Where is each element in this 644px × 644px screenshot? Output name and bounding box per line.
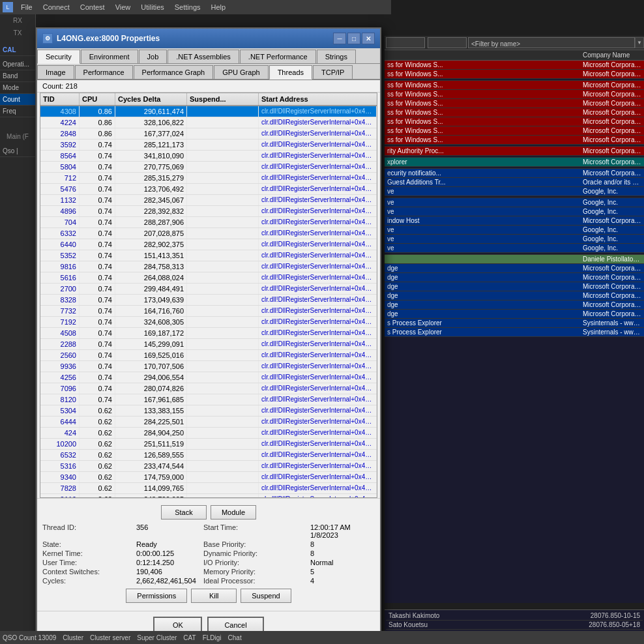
list-item[interactable]: rity Authority Proc... Microsoft Corpora…: [385, 147, 644, 156]
thread-row[interactable]: 712 0.74 285,315,279 clr.dll!DllRegister…: [40, 173, 377, 184]
thread-row[interactable]: 5476 0.74 123,706,492 clr.dll!DllRegiste…: [40, 184, 377, 195]
thread-row[interactable]: 8564 0.74 341,810,090 clr.dll!DllRegiste…: [40, 151, 377, 162]
list-item[interactable]: ss for Windows S... Microsoft Corporatio…: [385, 70, 644, 79]
list-item[interactable]: ss for Windows S... Microsoft Corporatio…: [385, 99, 644, 108]
thread-row[interactable]: 10200 0.62 251,511,519 clr.dll!DllRegist…: [40, 439, 377, 450]
thread-row[interactable]: 6444 0.62 284,225,501 clr.dll!DllRegiste…: [40, 417, 377, 428]
thread-row[interactable]: 6440 0.74 282,902,375 clr.dll!DllRegiste…: [40, 239, 377, 250]
tab-security[interactable]: Security: [37, 50, 80, 64]
permissions-button[interactable]: Permissions: [126, 589, 187, 603]
menu-utilities[interactable]: Utilities: [136, 2, 169, 12]
process-list[interactable]: ss for Windows S... Microsoft Corporatio…: [385, 61, 644, 599]
menu-file[interactable]: File: [16, 2, 38, 12]
thread-row[interactable]: 2560 0.74 169,525,016 clr.dll!DllRegiste…: [40, 350, 377, 361]
list-item[interactable]: indow Host Microsoft Corporation: [385, 216, 644, 226]
list-item[interactable]: ss for Windows S... Microsoft Corporatio…: [385, 90, 644, 99]
list-item[interactable]: ve Google, Inc.: [385, 207, 644, 216]
thread-row[interactable]: 9816 0.74 284,758,313 clr.dll!DllRegiste…: [40, 261, 377, 272]
tab-strings[interactable]: Strings: [317, 50, 356, 63]
stack-button[interactable]: Stack: [161, 505, 207, 520]
thread-row[interactable]: 704 0.74 288,287,906 clr.dll!DllRegister…: [40, 217, 377, 228]
list-item[interactable]: Daniele Pistollato IW3HM...: [385, 255, 644, 264]
thread-row[interactable]: 7192 0.74 324,608,305 clr.dll!DllRegiste…: [40, 317, 377, 328]
list-item[interactable]: ve Google, Inc.: [385, 198, 644, 207]
thread-row[interactable]: 6332 0.74 207,028,875 clr.dll!DllRegiste…: [40, 228, 377, 239]
list-item[interactable]: dge Microsoft Corporation: [385, 291, 644, 300]
module-button[interactable]: Module: [211, 505, 256, 520]
sidebar-item-operat[interactable]: Operati...: [0, 59, 35, 70]
sidebar-item-count[interactable]: Count: [0, 94, 35, 106]
thread-row[interactable]: 4508 0.74 169,187,172 clr.dll!DllRegiste…: [40, 328, 377, 339]
tab-gpu-graph[interactable]: GPU Graph: [214, 65, 268, 79]
maximize-button[interactable]: □: [347, 33, 360, 44]
th-cpu[interactable]: CPU: [80, 93, 115, 105]
thread-row[interactable]: 1132 0.74 282,345,067 clr.dll!DllRegiste…: [40, 195, 377, 206]
th-addr[interactable]: Start Address: [259, 93, 377, 105]
list-item[interactable]: ss for Windows S... Microsoft Corporatio…: [385, 81, 644, 90]
suspend-button[interactable]: Suspend: [241, 589, 291, 603]
sidebar-item-freq[interactable]: Freq: [0, 106, 35, 117]
thread-row[interactable]: 5616 0.74 264,088,024 clr.dll!DllRegiste…: [40, 272, 377, 284]
thread-row[interactable]: 4256 0.74 294,006,554 clr.dll!DllRegiste…: [40, 372, 377, 383]
th-suspend[interactable]: Suspend...: [187, 93, 259, 105]
thread-row[interactable]: 4896 0.74 228,392,832 clr.dll!DllRegiste…: [40, 206, 377, 217]
search-input-2[interactable]: [428, 37, 467, 48]
sidebar-item-cal[interactable]: CAL: [0, 44, 35, 56]
menu-connect[interactable]: Connect: [38, 2, 75, 12]
list-item[interactable]: dge Microsoft Corporation: [385, 264, 644, 273]
list-item[interactable]: ss for Windows S... Microsoft Corporatio…: [385, 108, 644, 117]
thread-row[interactable]: 3592 0.74 285,121,173 clr.dll!DllRegiste…: [40, 139, 377, 151]
sidebar-item-qso[interactable]: Qso |: [0, 145, 35, 157]
list-item[interactable]: ss for Windows S... Microsoft Corporatio…: [385, 136, 644, 145]
tab-performance-graph[interactable]: Performance Graph: [134, 65, 214, 79]
thread-row[interactable]: 9116 0.62 248,720,925 clr.dll!DllRegiste…: [40, 494, 377, 497]
th-cycles[interactable]: Cycles Delta: [115, 93, 187, 105]
list-item[interactable]: ss for Windows S... Microsoft Corporatio…: [385, 117, 644, 126]
th-tid[interactable]: TID: [40, 93, 80, 105]
thread-row[interactable]: 5352 0.74 151,413,351 clr.dll!DllRegiste…: [40, 250, 377, 261]
list-item[interactable]: dge Microsoft Corporation: [385, 300, 644, 310]
tab-performance[interactable]: Performance: [75, 65, 133, 79]
list-item[interactable]: ss for Windows S... Microsoft Corporatio…: [385, 61, 644, 70]
list-item[interactable]: ecurity notificatio... Microsoft Corpora…: [385, 169, 644, 178]
kill-button[interactable]: Kill: [191, 589, 237, 603]
thread-row[interactable]: 4224 0.86 328,106,822 clr.dll!DllRegiste…: [40, 117, 377, 128]
thread-row[interactable]: 2288 0.74 145,299,091 clr.dll!DllRegiste…: [40, 339, 377, 350]
list-item[interactable]: ve Google, Inc.: [385, 187, 644, 196]
tab-net-performance[interactable]: .NET Performance: [240, 50, 316, 63]
close-button[interactable]: ✕: [362, 33, 375, 44]
menu-contest[interactable]: Contest: [75, 2, 110, 12]
sidebar-item-band[interactable]: Band: [0, 70, 35, 82]
tab-net-assemblies[interactable]: .NET Assemblies: [168, 50, 239, 63]
filter-label[interactable]: <Filter by name>: [468, 37, 635, 48]
list-item[interactable]: dge Microsoft Corporation: [385, 273, 644, 282]
thread-row[interactable]: 7096 0.74 280,074,826 clr.dll!DllRegiste…: [40, 383, 377, 394]
tab-tcp-ip[interactable]: TCP/IP: [313, 65, 353, 79]
thread-row[interactable]: 2700 0.74 299,484,491 clr.dll!DllRegiste…: [40, 284, 377, 295]
thread-row[interactable]: 8328 0.74 173,049,639 clr.dll!DllRegiste…: [40, 295, 377, 306]
thread-row[interactable]: 7732 0.74 164,716,760 clr.dll!DllRegiste…: [40, 306, 377, 317]
tab-threads[interactable]: Threads: [269, 65, 312, 80]
thread-row[interactable]: 8120 0.74 167,961,685 clr.dll!DllRegiste…: [40, 394, 377, 405]
menu-settings[interactable]: Settings: [169, 2, 206, 12]
list-item[interactable]: ve Google, Inc.: [385, 226, 644, 235]
tab-image[interactable]: Image: [37, 65, 74, 79]
list-item[interactable]: ve Google, Inc.: [385, 235, 644, 244]
thread-table-body[interactable]: 4308 0.86 290,611,474 clr.dll!DllRegiste…: [40, 106, 377, 497]
list-item[interactable]: ss for Windows S... Microsoft Corporatio…: [385, 126, 644, 136]
search-input-1[interactable]: [386, 37, 425, 48]
menu-view[interactable]: View: [110, 2, 136, 12]
thread-row[interactable]: 2848 0.86 167,377,024 clr.dll!DllRegiste…: [40, 128, 377, 139]
tab-environment[interactable]: Environment: [81, 50, 138, 63]
thread-row[interactable]: 5304 0.62 133,383,155 clr.dll!DllRegiste…: [40, 405, 377, 417]
sidebar-item-mode[interactable]: Mode: [0, 82, 35, 94]
list-item[interactable]: dge Microsoft Corporation: [385, 310, 644, 319]
list-item[interactable]: dge Microsoft Corporation: [385, 282, 644, 291]
thread-row[interactable]: 5316 0.62 233,474,544 clr.dll!DllRegiste…: [40, 461, 377, 472]
list-item[interactable]: s Process Explorer Sysinternals - www.sy…: [385, 319, 644, 328]
tab-job[interactable]: Job: [139, 50, 168, 63]
minimize-button[interactable]: ─: [333, 33, 346, 44]
list-item[interactable]: ve Google, Inc.: [385, 244, 644, 253]
thread-row[interactable]: 424 0.62 284,904,250 clr.dll!DllRegister…: [40, 428, 377, 439]
thread-row[interactable]: 6532 0.62 126,589,555 clr.dll!DllRegiste…: [40, 450, 377, 461]
